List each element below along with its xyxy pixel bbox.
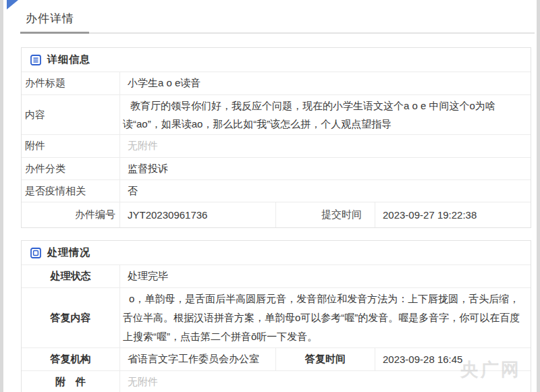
- table-row-reply-content: 答复内容 o，单韵母，是舌面后半高圆唇元音，发音部位和发音方法为：上下唇拢圆，舌…: [22, 287, 531, 347]
- reply-attachment-value: 无附件: [120, 371, 531, 392]
- reply-content-value: o，单韵母，是舌面后半高圆唇元音，发音部位和发音方法为：上下唇拢圆，舌头后缩，舌…: [120, 288, 531, 347]
- document-lines-icon: [30, 55, 41, 65]
- blue-corner-ribbon: [7, 0, 18, 9]
- table-row-case-title: 办件标题 小学生a o e读音: [22, 72, 531, 94]
- detail-info-panel: 详细信息 办件标题 小学生a o e读音 内容 教育厅的领导你们好，我反应个问题…: [21, 47, 531, 228]
- status-label: 处理状态: [22, 265, 120, 287]
- page-right-edge-scroll-area: [537, 0, 540, 392]
- table-row-reply-attachment: 附 件 无附件: [22, 370, 531, 392]
- reply-content-label: 答复内容: [22, 288, 120, 347]
- table-row-epidemic: 是否疫情相关 否: [22, 179, 531, 202]
- title-underline: [20, 32, 535, 34]
- case-title-label: 办件标题: [22, 72, 120, 94]
- reply-org-value: 省语言文字工作委员会办公室: [120, 348, 275, 370]
- epidemic-label: 是否疫情相关: [22, 180, 120, 202]
- reply-time-value: 2023-09-28 16:45: [375, 348, 530, 370]
- case-number-label: 办件编号: [22, 202, 120, 227]
- table-row-org-time: 答复机构 省语言文字工作委员会办公室 答复时间 2023-09-28 16:45: [22, 347, 531, 370]
- attachment-label: 附件: [22, 135, 120, 157]
- table-row-category: 办件分类 监督投诉: [22, 157, 531, 179]
- table-row-number-time: 办件编号 JYT20230961736 提交时间 2023-09-27 19:2…: [22, 202, 531, 227]
- reply-box-icon: [30, 248, 41, 258]
- table-row-content: 内容 教育厅的领导你们好，我反应个问题，现在的小学生语文这个a o e 中间这个…: [22, 94, 531, 134]
- case-number-value: JYT20230961736: [120, 202, 275, 227]
- reply-attachment-label: 附 件: [22, 371, 120, 392]
- category-value: 监督投诉: [120, 158, 531, 179]
- page-title: 办件详情: [26, 11, 537, 26]
- submit-time-value: 2023-09-27 19:22:38: [375, 202, 530, 227]
- status-value: 处理完毕: [120, 265, 531, 287]
- process-status-header: 处理情况: [22, 241, 531, 264]
- content-value: 教育厅的领导你们好，我反应个问题，现在的小学生语文这个a o e 中间这个o为啥…: [120, 95, 531, 134]
- reply-time-label: 答复时间: [275, 348, 375, 370]
- case-title-value: 小学生a o e读音: [120, 72, 531, 94]
- table-row-status: 处理状态 处理完毕: [22, 264, 531, 287]
- content-label: 内容: [22, 95, 120, 134]
- reply-org-label: 答复机构: [22, 348, 120, 370]
- attachment-value: 无附件: [120, 135, 531, 157]
- epidemic-value: 否: [120, 180, 531, 202]
- case-detail-page: 办件详情 详细信息 办件标题 小学生a o e读音 内容 教育厅的领导你们好，我…: [3, 11, 537, 392]
- process-status-panel: 处理情况 处理状态 处理完毕 答复内容 o，单韵母，是舌面后半高圆唇元音，发音部…: [21, 240, 531, 392]
- process-status-title: 处理情况: [47, 246, 90, 259]
- detail-info-header: 详细信息: [22, 48, 531, 72]
- category-label: 办件分类: [22, 158, 120, 179]
- table-row-attachment: 附件 无附件: [22, 134, 531, 157]
- detail-info-title: 详细信息: [47, 53, 90, 66]
- submit-time-label: 提交时间: [275, 202, 375, 227]
